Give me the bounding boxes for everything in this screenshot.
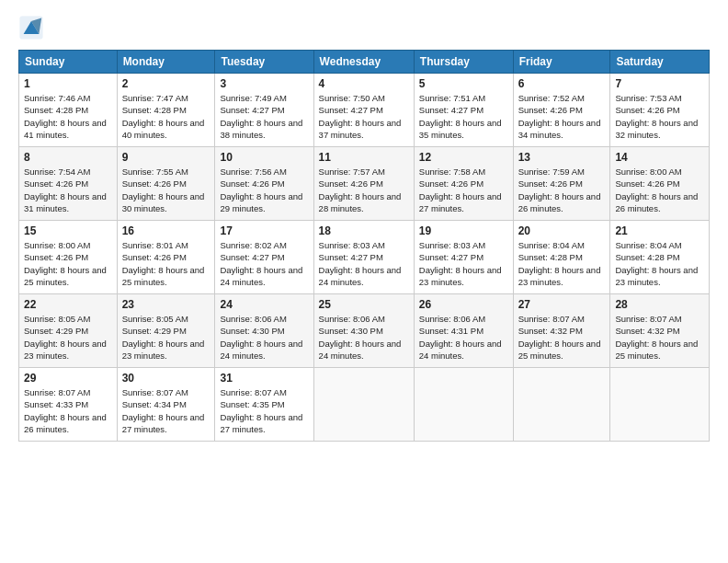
day-number: 2 [122, 77, 210, 90]
cell-info: Sunrise: 8:00 AMSunset: 4:26 PMDaylight:… [24, 240, 107, 287]
cell-info: Sunrise: 8:03 AMSunset: 4:27 PMDaylight:… [419, 240, 502, 287]
cell-info: Sunrise: 8:07 AMSunset: 4:33 PMDaylight:… [24, 387, 107, 434]
cell-info: Sunrise: 8:06 AMSunset: 4:30 PMDaylight:… [319, 314, 402, 361]
calendar-cell: 7 Sunrise: 7:53 AMSunset: 4:26 PMDayligh… [610, 74, 710, 147]
cell-info: Sunrise: 8:01 AMSunset: 4:26 PMDaylight:… [122, 240, 205, 287]
calendar-cell [610, 368, 710, 442]
cell-info: Sunrise: 8:07 AMSunset: 4:35 PMDaylight:… [220, 387, 302, 434]
day-number: 25 [319, 298, 409, 311]
calendar-cell: 8 Sunrise: 7:54 AMSunset: 4:26 PMDayligh… [19, 147, 118, 221]
cell-info: Sunrise: 7:51 AMSunset: 4:27 PMDaylight:… [419, 93, 502, 140]
day-number: 27 [518, 298, 606, 311]
cell-info: Sunrise: 8:07 AMSunset: 4:34 PMDaylight:… [122, 387, 205, 434]
calendar-cell: 14 Sunrise: 8:00 AMSunset: 4:26 PMDaylig… [610, 147, 710, 221]
calendar-cell: 18 Sunrise: 8:03 AMSunset: 4:27 PMDaylig… [313, 221, 414, 294]
day-number: 23 [122, 298, 210, 311]
calendar-cell: 21 Sunrise: 8:04 AMSunset: 4:28 PMDaylig… [610, 221, 710, 294]
calendar-cell: 10 Sunrise: 7:56 AMSunset: 4:26 PMDaylig… [215, 147, 313, 221]
calendar-cell: 9 Sunrise: 7:55 AMSunset: 4:26 PMDayligh… [117, 147, 215, 221]
day-number: 29 [24, 372, 112, 385]
cell-info: Sunrise: 7:49 AMSunset: 4:27 PMDaylight:… [220, 93, 302, 140]
day-number: 17 [220, 224, 308, 237]
page: SundayMondayTuesdayWednesdayThursdayFrid… [0, 0, 728, 563]
calendar-cell: 29 Sunrise: 8:07 AMSunset: 4:33 PMDaylig… [19, 368, 118, 442]
cell-info: Sunrise: 8:03 AMSunset: 4:27 PMDaylight:… [319, 240, 402, 287]
cell-info: Sunrise: 7:59 AMSunset: 4:26 PMDaylight:… [518, 167, 601, 213]
calendar-cell: 23 Sunrise: 8:05 AMSunset: 4:29 PMDaylig… [117, 294, 215, 368]
cell-info: Sunrise: 8:00 AMSunset: 4:26 PMDaylight:… [615, 167, 698, 213]
calendar-cell: 19 Sunrise: 8:03 AMSunset: 4:27 PMDaylig… [414, 221, 513, 294]
day-number: 18 [319, 224, 409, 237]
cell-info: Sunrise: 7:52 AMSunset: 4:26 PMDaylight:… [518, 93, 601, 140]
header [18, 15, 710, 40]
cell-info: Sunrise: 8:06 AMSunset: 4:30 PMDaylight:… [220, 314, 302, 361]
cell-info: Sunrise: 8:07 AMSunset: 4:32 PMDaylight:… [518, 314, 601, 361]
calendar-cell [313, 368, 414, 442]
day-number: 13 [518, 151, 606, 164]
calendar-table: SundayMondayTuesdayWednesdayThursdayFrid… [18, 50, 710, 442]
day-number: 19 [419, 224, 508, 237]
cell-info: Sunrise: 8:05 AMSunset: 4:29 PMDaylight:… [122, 314, 205, 361]
cell-info: Sunrise: 8:04 AMSunset: 4:28 PMDaylight:… [518, 240, 601, 287]
calendar-cell: 6 Sunrise: 7:52 AMSunset: 4:26 PMDayligh… [513, 74, 610, 147]
day-header-wednesday: Wednesday [313, 51, 414, 74]
day-number: 9 [122, 151, 210, 164]
calendar-cell: 12 Sunrise: 7:58 AMSunset: 4:26 PMDaylig… [414, 147, 513, 221]
day-number: 22 [24, 298, 112, 311]
calendar-row-1: 8 Sunrise: 7:54 AMSunset: 4:26 PMDayligh… [19, 147, 710, 221]
cell-info: Sunrise: 8:02 AMSunset: 4:27 PMDaylight:… [220, 240, 302, 287]
day-header-thursday: Thursday [414, 51, 513, 74]
cell-info: Sunrise: 7:46 AMSunset: 4:28 PMDaylight:… [24, 93, 107, 140]
day-number: 14 [615, 151, 704, 164]
calendar-row-3: 22 Sunrise: 8:05 AMSunset: 4:29 PMDaylig… [19, 294, 710, 368]
calendar-cell: 2 Sunrise: 7:47 AMSunset: 4:28 PMDayligh… [117, 74, 215, 147]
day-number: 21 [615, 224, 704, 237]
cell-info: Sunrise: 7:57 AMSunset: 4:26 PMDaylight:… [319, 167, 402, 213]
cell-info: Sunrise: 7:47 AMSunset: 4:28 PMDaylight:… [122, 93, 205, 140]
cell-info: Sunrise: 7:54 AMSunset: 4:26 PMDaylight:… [24, 167, 107, 213]
day-number: 1 [24, 77, 112, 90]
cell-info: Sunrise: 8:07 AMSunset: 4:32 PMDaylight:… [615, 314, 698, 361]
day-header-tuesday: Tuesday [215, 51, 313, 74]
day-number: 7 [615, 77, 704, 90]
day-header-monday: Monday [117, 51, 215, 74]
cell-info: Sunrise: 8:05 AMSunset: 4:29 PMDaylight:… [24, 314, 107, 361]
day-number: 8 [24, 151, 112, 164]
calendar-cell: 11 Sunrise: 7:57 AMSunset: 4:26 PMDaylig… [313, 147, 414, 221]
day-number: 16 [122, 224, 210, 237]
header-row: SundayMondayTuesdayWednesdayThursdayFrid… [19, 51, 710, 74]
day-number: 26 [419, 298, 508, 311]
calendar-cell: 1 Sunrise: 7:46 AMSunset: 4:28 PMDayligh… [19, 74, 118, 147]
day-number: 3 [220, 77, 308, 90]
calendar-cell: 25 Sunrise: 8:06 AMSunset: 4:30 PMDaylig… [313, 294, 414, 368]
cell-info: Sunrise: 7:53 AMSunset: 4:26 PMDaylight:… [615, 93, 698, 140]
calendar-cell: 22 Sunrise: 8:05 AMSunset: 4:29 PMDaylig… [19, 294, 118, 368]
calendar-cell: 26 Sunrise: 8:06 AMSunset: 4:31 PMDaylig… [414, 294, 513, 368]
day-number: 5 [419, 77, 508, 90]
calendar-cell: 4 Sunrise: 7:50 AMSunset: 4:27 PMDayligh… [313, 74, 414, 147]
day-number: 20 [518, 224, 606, 237]
calendar-row-4: 29 Sunrise: 8:07 AMSunset: 4:33 PMDaylig… [19, 368, 710, 442]
calendar-cell: 31 Sunrise: 8:07 AMSunset: 4:35 PMDaylig… [215, 368, 313, 442]
calendar-cell: 15 Sunrise: 8:00 AMSunset: 4:26 PMDaylig… [19, 221, 118, 294]
day-number: 10 [220, 151, 308, 164]
calendar-cell: 3 Sunrise: 7:49 AMSunset: 4:27 PMDayligh… [215, 74, 313, 147]
cell-info: Sunrise: 7:58 AMSunset: 4:26 PMDaylight:… [419, 167, 502, 213]
day-number: 28 [615, 298, 704, 311]
day-header-saturday: Saturday [610, 51, 710, 74]
day-number: 30 [122, 372, 210, 385]
logo-icon [18, 15, 44, 40]
calendar-cell: 30 Sunrise: 8:07 AMSunset: 4:34 PMDaylig… [117, 368, 215, 442]
day-header-friday: Friday [513, 51, 610, 74]
cell-info: Sunrise: 8:04 AMSunset: 4:28 PMDaylight:… [615, 240, 698, 287]
day-number: 31 [220, 372, 308, 385]
calendar-cell: 27 Sunrise: 8:07 AMSunset: 4:32 PMDaylig… [513, 294, 610, 368]
day-header-sunday: Sunday [19, 51, 118, 74]
calendar-cell: 5 Sunrise: 7:51 AMSunset: 4:27 PMDayligh… [414, 74, 513, 147]
day-number: 11 [319, 151, 409, 164]
calendar-cell: 17 Sunrise: 8:02 AMSunset: 4:27 PMDaylig… [215, 221, 313, 294]
calendar-row-2: 15 Sunrise: 8:00 AMSunset: 4:26 PMDaylig… [19, 221, 710, 294]
calendar-cell: 20 Sunrise: 8:04 AMSunset: 4:28 PMDaylig… [513, 221, 610, 294]
day-number: 24 [220, 298, 308, 311]
cell-info: Sunrise: 8:06 AMSunset: 4:31 PMDaylight:… [419, 314, 502, 361]
